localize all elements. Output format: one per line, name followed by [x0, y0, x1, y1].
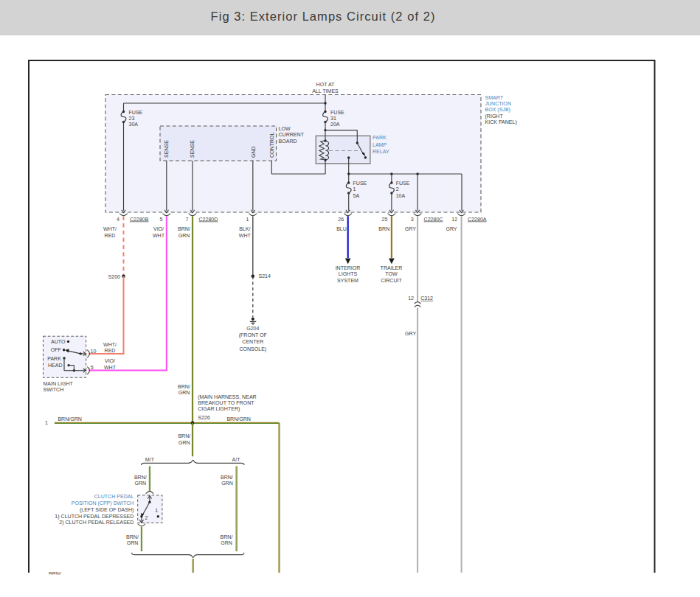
svg-text:WHT/: WHT/	[103, 226, 117, 231]
svg-text:GRN: GRN	[179, 233, 190, 238]
svg-text:FUSE: FUSE	[330, 110, 344, 115]
svg-text:3: 3	[411, 217, 414, 222]
svg-text:5A: 5A	[353, 193, 360, 198]
svg-text:1: 1	[246, 217, 249, 222]
svg-text:CURRENT: CURRENT	[279, 132, 305, 137]
svg-text:LOW: LOW	[279, 126, 291, 131]
svg-text:25: 25	[382, 217, 388, 222]
svg-text:VIO/: VIO/	[105, 358, 115, 363]
svg-text:BRN/GRN: BRN/GRN	[226, 416, 251, 422]
svg-text:PARK: PARK	[372, 135, 387, 140]
svg-text:BRN/GRN: BRN/GRN	[58, 416, 82, 422]
svg-text:Fig 3: Exterior Lamps Circuit: Fig 3: Exterior Lamps Circuit (2 of 2)	[211, 10, 436, 23]
svg-text:SENSE: SENSE	[164, 140, 169, 158]
svg-text:4: 4	[117, 217, 119, 222]
svg-text:SYSTEM: SYSTEM	[337, 278, 358, 283]
svg-text:CONSOLE): CONSOLE)	[239, 346, 266, 352]
svg-text:SMART: SMART	[485, 95, 504, 100]
svg-text:CENTER: CENTER	[242, 339, 263, 344]
svg-text:C2280A: C2280A	[468, 217, 487, 222]
svg-text:GND: GND	[251, 146, 256, 158]
svg-text:2: 2	[396, 186, 399, 192]
svg-text:RED: RED	[105, 348, 116, 353]
svg-text:10: 10	[91, 349, 97, 354]
svg-text:GRY: GRY	[446, 226, 457, 231]
svg-text:A/T: A/T	[232, 457, 241, 462]
svg-text:1: 1	[45, 420, 48, 425]
svg-text:(FRONT OF: (FRONT OF	[239, 332, 268, 338]
svg-text:5: 5	[91, 365, 94, 370]
svg-text:WHT/: WHT/	[103, 342, 117, 347]
svg-text:C2280B: C2280B	[130, 217, 149, 222]
svg-text:CLUTCH PEDAL: CLUTCH PEDAL	[94, 494, 134, 499]
svg-text:31: 31	[330, 116, 336, 121]
svg-text:C2280D: C2280D	[199, 217, 218, 222]
svg-text:20A: 20A	[330, 122, 340, 127]
svg-text:BLU: BLU	[336, 226, 347, 231]
svg-text:BOX (SJB): BOX (SJB)	[485, 107, 510, 113]
svg-text:GRN: GRN	[127, 540, 139, 545]
svg-text:RED: RED	[105, 233, 116, 238]
svg-text:LAMP: LAMP	[372, 142, 387, 147]
svg-text:1: 1	[155, 508, 158, 513]
svg-text:POSITION (CPP) SWITCH: POSITION (CPP) SWITCH	[72, 500, 134, 506]
svg-text:S200: S200	[108, 274, 121, 279]
svg-text:BOARD: BOARD	[279, 139, 297, 144]
svg-text:2) CLUTCH PEDAL RELEASED: 2) CLUTCH PEDAL RELEASED	[59, 520, 134, 526]
svg-text:BRN/: BRN/	[178, 384, 190, 389]
svg-text:CONTROL: CONTROL	[269, 132, 274, 158]
svg-text:26: 26	[338, 217, 344, 222]
svg-text:MAIN LIGHT: MAIN LIGHT	[44, 381, 74, 386]
svg-text:KICK PANEL): KICK PANEL)	[485, 119, 517, 125]
svg-text:WHT: WHT	[239, 233, 252, 238]
svg-text:S226: S226	[198, 415, 210, 420]
svg-text:HOT AT: HOT AT	[316, 82, 335, 87]
svg-text:10A: 10A	[396, 193, 406, 198]
svg-text:C2280C: C2280C	[424, 217, 443, 222]
svg-text:JUNCTION: JUNCTION	[485, 101, 512, 106]
svg-text:HEAD: HEAD	[48, 363, 63, 368]
svg-text:GRN: GRN	[179, 440, 190, 445]
svg-text:GRY: GRY	[405, 331, 416, 336]
svg-text:12: 12	[451, 217, 457, 222]
svg-text:WHT: WHT	[153, 233, 165, 238]
svg-text:2: 2	[145, 515, 148, 520]
svg-text:30A: 30A	[129, 122, 139, 127]
svg-text:BRN/: BRN/	[134, 475, 147, 480]
svg-text:BRN/: BRN/	[126, 534, 139, 540]
svg-text:PARK: PARK	[47, 356, 61, 361]
svg-text:1: 1	[353, 186, 356, 192]
svg-text:LIGHTS: LIGHTS	[339, 271, 358, 276]
svg-text:INTERIOR: INTERIOR	[336, 265, 361, 270]
svg-text:1) CLUTCH PEDAL DEPRESSED: 1) CLUTCH PEDAL DEPRESSED	[55, 514, 134, 520]
svg-text:CIRCUIT: CIRCUIT	[381, 278, 402, 283]
svg-text:5: 5	[159, 217, 162, 222]
svg-text:SENSE: SENSE	[190, 140, 195, 158]
svg-text:BLK/: BLK/	[239, 226, 250, 231]
svg-text:AUTO: AUTO	[51, 339, 66, 344]
svg-text:BRN/: BRN/	[221, 534, 233, 540]
svg-text:BREAKOUT TO FRONT: BREAKOUT TO FRONT	[198, 400, 254, 405]
svg-text:TRAILER: TRAILER	[381, 265, 403, 270]
svg-text:(MAIN HARNESS, NEAR: (MAIN HARNESS, NEAR	[198, 394, 256, 400]
svg-text:23: 23	[129, 116, 135, 121]
svg-text:WHT: WHT	[104, 365, 117, 370]
svg-text:GRY: GRY	[405, 226, 416, 231]
svg-text:12: 12	[408, 296, 414, 301]
svg-text:7: 7	[186, 217, 189, 222]
svg-text:S214: S214	[259, 273, 271, 279]
svg-text:GRN: GRN	[179, 390, 190, 395]
svg-text:SWITCH: SWITCH	[44, 387, 64, 392]
svg-text:GRN: GRN	[221, 481, 233, 486]
svg-text:C312: C312	[420, 296, 433, 301]
svg-text:FUSE: FUSE	[129, 110, 143, 115]
svg-text:CIGAR LIGHTER): CIGAR LIGHTER)	[198, 406, 240, 412]
svg-text:(RIGHT: (RIGHT	[485, 114, 504, 119]
svg-text:TOW: TOW	[385, 271, 398, 276]
svg-text:GRN: GRN	[134, 481, 146, 486]
svg-text:RELAY: RELAY	[372, 149, 389, 154]
svg-text:GRN: GRN	[221, 540, 232, 545]
svg-text:OFF: OFF	[51, 347, 62, 352]
svg-text:FUSE: FUSE	[396, 181, 410, 186]
svg-text:BRN: BRN	[378, 226, 389, 231]
